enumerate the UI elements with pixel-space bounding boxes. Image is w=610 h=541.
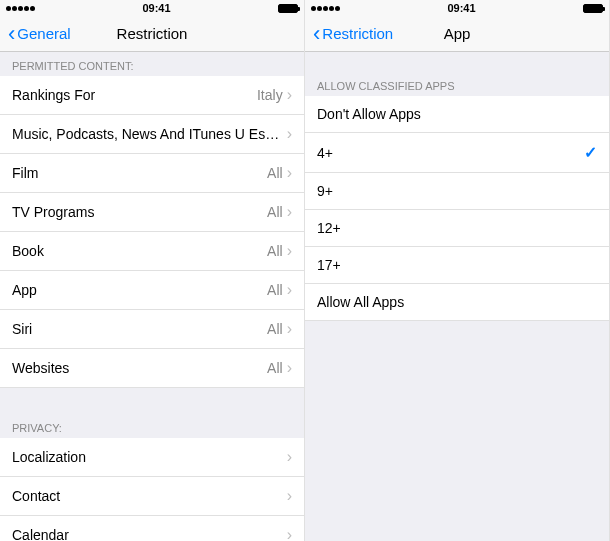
row-localization[interactable]: Localization ›: [0, 438, 304, 477]
battery-icon: [583, 4, 603, 13]
status-bar: 09:41: [305, 0, 609, 16]
left-screen: 09:41 ‹ General Restriction PERMITTED CO…: [0, 0, 305, 541]
row-value: All: [267, 282, 283, 298]
row-film[interactable]: Film All›: [0, 154, 304, 193]
battery-icon: [278, 4, 298, 13]
row-book[interactable]: Book All›: [0, 232, 304, 271]
row-value: All: [267, 360, 283, 376]
option-dont-allow[interactable]: Don't Allow Apps: [305, 96, 609, 133]
option-label: 17+: [317, 257, 597, 273]
status-bar: 09:41: [0, 0, 304, 16]
row-calendar[interactable]: Calendar ›: [0, 516, 304, 541]
option-allow-all[interactable]: Allow All Apps: [305, 284, 609, 321]
chevron-right-icon: ›: [287, 487, 292, 505]
row-value: All: [267, 243, 283, 259]
signal-dots: [311, 6, 340, 11]
option-label: 9+: [317, 183, 597, 199]
back-label: General: [17, 25, 70, 42]
row-app[interactable]: App All›: [0, 271, 304, 310]
row-value: All: [267, 321, 283, 337]
nav-title: Restriction: [117, 25, 188, 42]
option-17plus[interactable]: 17+: [305, 247, 609, 284]
chevron-right-icon: ›: [287, 86, 292, 104]
row-label: App: [12, 282, 267, 298]
row-label: Book: [12, 243, 267, 259]
chevron-right-icon: ›: [287, 242, 292, 260]
chevron-left-icon: ‹: [8, 23, 15, 45]
nav-bar: ‹ General Restriction: [0, 16, 304, 52]
content-scroll[interactable]: PERMITTED CONTENT: Rankings For Italy› M…: [0, 52, 304, 541]
chevron-right-icon: ›: [287, 320, 292, 338]
status-time: 09:41: [142, 2, 170, 14]
check-icon: ✓: [584, 143, 597, 162]
row-tv[interactable]: TV Programs All›: [0, 193, 304, 232]
chevron-right-icon: ›: [287, 526, 292, 541]
chevron-right-icon: ›: [287, 448, 292, 466]
section-header-allow: ALLOW CLASSIFIED APPS: [305, 52, 609, 96]
option-label: 4+: [317, 145, 584, 161]
option-4plus[interactable]: 4+ ✓: [305, 133, 609, 173]
back-label: Restriction: [322, 25, 393, 42]
chevron-right-icon: ›: [287, 164, 292, 182]
row-label: Film: [12, 165, 267, 181]
section-header-permitted: PERMITTED CONTENT:: [0, 52, 304, 76]
row-value: All: [267, 204, 283, 220]
row-contact[interactable]: Contact ›: [0, 477, 304, 516]
row-siri[interactable]: Siri All›: [0, 310, 304, 349]
status-time: 09:41: [447, 2, 475, 14]
nav-title: App: [444, 25, 471, 42]
nav-bar: ‹ Restriction App: [305, 16, 609, 52]
row-label: Music, Podcasts, News And ITunes U Espli…: [12, 126, 287, 142]
row-value: Italy: [257, 87, 283, 103]
row-rankings[interactable]: Rankings For Italy›: [0, 76, 304, 115]
back-button[interactable]: ‹ General: [8, 23, 71, 45]
right-screen: 09:41 ‹ Restriction App ALLOW CLASSIFIED…: [305, 0, 610, 541]
row-value: All: [267, 165, 283, 181]
chevron-left-icon: ‹: [313, 23, 320, 45]
row-music[interactable]: Music, Podcasts, News And ITunes U Espli…: [0, 115, 304, 154]
section-header-privacy: PRIVACY:: [0, 414, 304, 438]
row-label: Localization: [12, 449, 287, 465]
option-label: 12+: [317, 220, 597, 236]
row-label: Rankings For: [12, 87, 257, 103]
option-label: Don't Allow Apps: [317, 106, 597, 122]
row-label: Contact: [12, 488, 287, 504]
option-12plus[interactable]: 12+: [305, 210, 609, 247]
back-button[interactable]: ‹ Restriction: [313, 23, 393, 45]
row-label: Calendar: [12, 527, 287, 541]
row-label: Websites: [12, 360, 267, 376]
chevron-right-icon: ›: [287, 359, 292, 377]
row-label: Siri: [12, 321, 267, 337]
row-label: TV Programs: [12, 204, 267, 220]
content-scroll[interactable]: ALLOW CLASSIFIED APPS Don't Allow Apps 4…: [305, 52, 609, 541]
option-label: Allow All Apps: [317, 294, 597, 310]
chevron-right-icon: ›: [287, 125, 292, 143]
chevron-right-icon: ›: [287, 203, 292, 221]
signal-dots: [6, 6, 35, 11]
row-websites[interactable]: Websites All›: [0, 349, 304, 388]
chevron-right-icon: ›: [287, 281, 292, 299]
option-9plus[interactable]: 9+: [305, 173, 609, 210]
